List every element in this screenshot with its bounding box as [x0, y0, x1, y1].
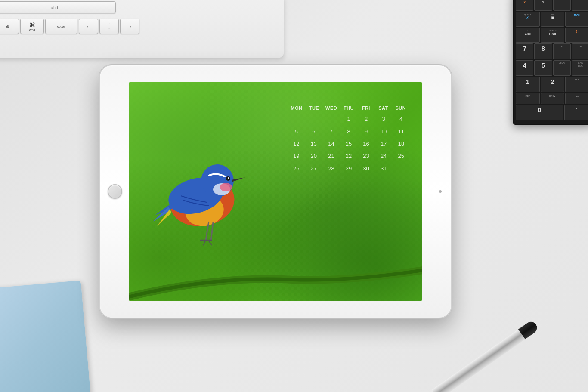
cal-mon: MON — [288, 105, 305, 111]
cal-date-29: 29 — [341, 164, 357, 174]
cal-date-30: 30 — [358, 164, 374, 174]
cal-date-10: 10 — [376, 127, 392, 137]
calc-key-2: 2 — [541, 77, 565, 92]
cal-sat: SAT — [375, 105, 391, 111]
pen-cap — [518, 319, 539, 339]
calc-key-mdf: MDF — [516, 93, 540, 104]
cal-date-19: 19 — [288, 151, 304, 162]
calc-key-calc: 計 — [565, 28, 588, 43]
cal-date-25: 25 — [393, 151, 409, 162]
blue-notebook — [0, 281, 91, 392]
calc-key-sq: x² — [572, 0, 588, 11]
cal-date-12: 12 — [288, 139, 304, 150]
calc-key-neg: -x — [553, 0, 571, 11]
cal-sun: SUN — [393, 105, 409, 111]
calc-key-ncr: nCr — [553, 43, 571, 59]
cal-date-27: 27 — [306, 164, 322, 174]
bird-illustration — [142, 120, 271, 258]
calc-key-lcm: LCM — [565, 77, 588, 92]
cal-date-4: 4 — [393, 114, 409, 125]
cal-date-22: 22 — [341, 151, 357, 162]
calc-key-ab: a/b▣ — [541, 12, 565, 27]
calc-key-yx: yx — [516, 0, 533, 11]
cal-date-20: 20 — [306, 151, 322, 162]
cal-date-9: 9 — [358, 127, 374, 137]
cal-date-6: 6 — [306, 127, 322, 137]
calc-key-np: nP — [572, 43, 588, 59]
calc-key-exp: EExp — [516, 28, 540, 43]
calc-key-sqrt: √x√ — [534, 0, 552, 11]
desk-surface: shift alt ⌘ cmd option ← ↑ ↓ → — [0, 0, 588, 392]
calc-key-pfact: P,FACT∠ — [516, 12, 540, 27]
ipad-home-button[interactable] — [108, 184, 122, 199]
ipad-camera — [439, 190, 442, 193]
apple-keyboard: shift alt ⌘ cmd option ← ↑ ↓ → — [0, 0, 284, 58]
key-cmd: ⌘ cmd — [20, 19, 44, 34]
cal-date-5: 5 — [288, 127, 304, 137]
cal-date-26: 26 — [288, 164, 304, 174]
calc-key-1: 1 — [516, 77, 540, 92]
key-up-down-arrow: ↑ ↓ — [99, 19, 119, 34]
ipad-body: MON TUE WED THU FRI SAT SUN 123456789101… — [99, 65, 452, 318]
calc-key-dot: · — [564, 105, 588, 120]
cal-date-13: 13 — [306, 139, 322, 150]
cal-date-16: 16 — [358, 139, 374, 150]
calc-key-rcl: RCL — [565, 12, 588, 27]
calc-key-eng: <ENG — [553, 60, 571, 76]
cal-date-23: 23 — [358, 151, 374, 162]
ipad-device: MON TUE WED THU FRI SAT SUN 123456789101… — [99, 65, 452, 318]
cal-date-24: 24 — [376, 151, 392, 162]
cal-date-1: 1 — [341, 114, 357, 125]
svg-line-9 — [211, 222, 213, 241]
svg-point-7 — [228, 177, 229, 179]
calc-key-5: 5 — [534, 60, 552, 76]
calc-key-gcd: GCDENG — [572, 60, 588, 76]
cal-thu: THU — [340, 105, 357, 111]
cal-wed: WED — [323, 105, 340, 111]
calendar-body: 1234567891011121314151617181920212223242… — [288, 114, 409, 187]
svg-point-5 — [220, 183, 232, 191]
cal-date-7: 7 — [323, 127, 339, 137]
key-option: option — [45, 19, 77, 34]
key-right-arrow: → — [120, 19, 139, 34]
calc-key-0: 0 — [516, 105, 563, 120]
pen-body — [432, 321, 537, 392]
pen — [432, 321, 537, 392]
scientific-calculator: yx √x√ -x x² P,FACT∠ a/b▣ RCL EExp RANDO… — [513, 0, 588, 125]
cal-date-28: 28 — [323, 164, 339, 174]
calc-key-abs: abs — [565, 93, 588, 104]
calendar-header: MON TUE WED THU FRI SAT SUN — [288, 105, 409, 111]
cal-date-3: 3 — [376, 114, 392, 125]
cal-date-21: 21 — [323, 151, 339, 162]
cal-date-18: 18 — [393, 139, 409, 150]
cal-tue: TUE — [306, 105, 322, 111]
cal-date-15: 15 — [341, 139, 357, 150]
cal-date-8: 8 — [341, 127, 357, 137]
calc-key-random: RANDOMRnd — [541, 28, 565, 43]
calc-key-drg: DRG▶ — [541, 93, 565, 104]
cal-date-11: 11 — [393, 127, 409, 137]
calc-key-7: 7 — [516, 43, 533, 59]
key-left-arrow: ← — [79, 19, 98, 34]
ipad-screen: MON TUE WED THU FRI SAT SUN 123456789101… — [129, 82, 422, 301]
cal-fri: FRI — [358, 105, 374, 111]
cal-date-14: 14 — [323, 139, 339, 150]
cal-date-17: 17 — [376, 139, 392, 150]
calendar-widget: MON TUE WED THU FRI SAT SUN 123456789101… — [288, 105, 409, 187]
keyboard-top-row: shift — [0, 1, 116, 13]
cal-date-31: 31 — [376, 164, 392, 174]
key-alt: alt — [0, 19, 19, 34]
cal-date-2: 2 — [358, 114, 374, 125]
calc-key-8: 8 — [534, 43, 552, 59]
calc-key-4: 4 — [516, 60, 533, 76]
